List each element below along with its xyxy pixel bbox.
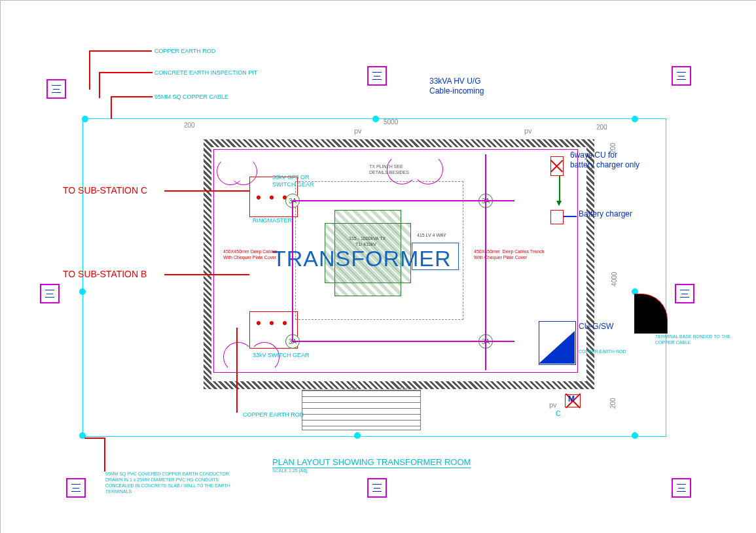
earth-terminal-icon [40, 284, 60, 303]
trench1-b: With Chequer Plate Cover [223, 255, 276, 260]
lv4way-label: 415 LV 4 WAY [417, 233, 446, 238]
ring-node-icon [632, 432, 638, 439]
tx-spec-b: T1/ 433kV [355, 242, 376, 247]
earth-terminal-icon [367, 66, 387, 86]
to-sub-c-label: TO SUB-STATION C [63, 185, 147, 196]
drawing-title: PLAN LAYOUT SHOWING TRANSFORMER ROOM [272, 458, 471, 468]
leader-line [164, 274, 249, 275]
leader-line [99, 72, 153, 73]
conductor-note-2: DRAWN IN 1 x 25MM DIAMETER PVC HG CONDUI… [105, 477, 219, 483]
leader-line [111, 96, 153, 97]
leader-line [84, 438, 104, 439]
hv-cable-label-1: 33kVA HV U/G [429, 77, 480, 86]
door-arc-icon [230, 158, 257, 185]
terminal-bond-2: COPPER CABLE [655, 340, 691, 345]
battery-charger-label: Battery charger [579, 210, 632, 219]
trench2-b: With Chequer Plate Cover [474, 255, 527, 260]
hv-cable-label-2: Cable-incoming [429, 87, 484, 96]
pv-label: pv [524, 127, 532, 135]
leader-line [89, 50, 90, 90]
dim-5000: 5000 [384, 118, 398, 126]
legend-copper-rod: COPPER EARTH ROD [154, 48, 215, 54]
conductor-note-3: CONCEALED IN CONCRETE SLAB / WALL TO THE… [105, 483, 230, 489]
conductor-note-1: 95MM SQ PVC COVERED COPPER EARTH CONDUCT… [105, 472, 229, 477]
plinth-a: TX PLINTH SEE [369, 164, 403, 169]
ring-node-icon [82, 116, 88, 122]
leader-line [164, 190, 249, 192]
earth-terminal-icon [675, 284, 694, 303]
cu-6way [550, 156, 564, 176]
magenta-cable-run [292, 200, 293, 341]
ring-node-icon [632, 116, 638, 122]
terminal-bond-1: TERMINAL BASE BONDED TO THE [655, 334, 730, 339]
magenta-cable-run [292, 341, 514, 342]
ring-node-icon [372, 116, 379, 122]
trench2-a: 450X450mm Deep Cables Trench [474, 249, 544, 254]
sg-upper-b: SWITCH GEAR [272, 181, 314, 188]
plinth-b: DETAILS BESIDES [369, 170, 409, 175]
arrow-shaft [559, 176, 560, 202]
to-sub-b-label: TO SUB-STATION B [63, 269, 147, 279]
dim-200-right: 200 [596, 124, 607, 131]
leader-line [111, 96, 112, 119]
leader-line [104, 438, 105, 472]
conductor-note-4: TERMINALS [105, 489, 132, 494]
copper-rod-label-2: COPPER EARTH ROD [243, 411, 304, 418]
cu6-label-2: battery charger only [570, 161, 639, 170]
cu-gsw-frame [539, 321, 576, 365]
sg-lower-label: 33kV SWITCH GEAR [253, 352, 310, 358]
dim-200-br: 200 [609, 398, 617, 409]
earth-terminal-icon [672, 66, 691, 86]
cu-gsw-label: CU-G/SW [579, 322, 613, 332]
magenta-cable-run [485, 154, 486, 370]
entry-stairs [302, 390, 421, 430]
legend-inspection-pit: CONCRETE EARTH INSPECTION PIT [154, 69, 257, 76]
magenta-cable-run [292, 200, 514, 201]
copper-rod-label-3: COPPER EARTH ROD [579, 349, 626, 354]
pv-label: pv [549, 401, 557, 409]
pv-label: pv [354, 127, 362, 135]
m-label: M [568, 395, 575, 404]
trench1-a: 450X450mm Deep Cables [223, 249, 277, 254]
dim-200-left: 200 [184, 122, 195, 129]
earth-terminal-icon [46, 79, 66, 99]
earth-terminal-icon [367, 478, 387, 498]
leader-line [99, 72, 100, 98]
sg-upper-a: 33kV GF3 OR [272, 174, 310, 181]
door-arc-icon [413, 154, 443, 184]
tx-spec-a: 315 - 1000kVA TX [349, 236, 386, 241]
c-label: C [556, 409, 561, 418]
leader-line [89, 50, 152, 52]
earth-terminal-icon [672, 478, 691, 498]
ring-node-icon [79, 288, 86, 295]
drawing-scale: SCALE 1:25 (A0) [272, 468, 308, 473]
dim-4000: 4000 [611, 272, 619, 286]
drawing-sheet: 200 5000 200 4000 200 200 pv pv pv pv pv… [0, 0, 756, 533]
battery-charger [550, 210, 564, 224]
earth-terminal-icon [66, 478, 86, 498]
ring-node-icon [354, 432, 361, 439]
leader-line [236, 328, 238, 413]
ringmaster-label: RINGMASTER [253, 217, 292, 224]
leader-line [564, 216, 577, 217]
drawing-canvas: 200 5000 200 4000 200 200 pv pv pv pv pv… [27, 14, 730, 521]
transformer-label: TRANSFORMER [272, 246, 452, 271]
arrow-down-icon [556, 201, 562, 206]
cu6-label-1: 6ways CU for [570, 151, 617, 160]
legend-cu-cable: 95MM SQ COPPER CABLE [154, 94, 228, 100]
